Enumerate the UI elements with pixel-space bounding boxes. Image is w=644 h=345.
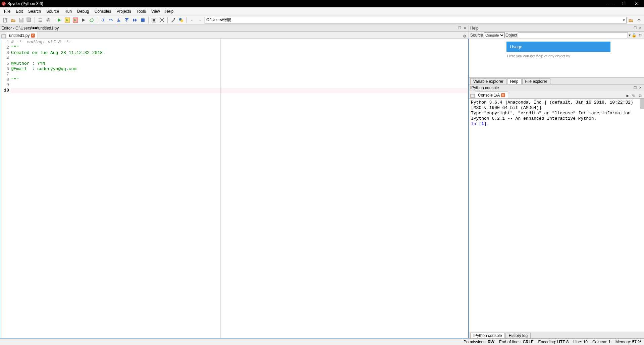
save-icon[interactable]: [17, 16, 25, 24]
menu-run[interactable]: Run: [62, 8, 74, 15]
list-icon[interactable]: [37, 16, 44, 24]
minimize-button[interactable]: —: [604, 1, 617, 6]
new-file-icon[interactable]: [1, 16, 9, 24]
maximize-pane-icon[interactable]: [150, 16, 158, 24]
run-cell-icon[interactable]: [64, 16, 71, 24]
ipython-tab-history-log[interactable]: History log: [505, 333, 531, 338]
svg-rect-1: [3, 18, 6, 22]
editor-pane-header: Editor - C:\Users\■■\untitled1.py ❐ ✕: [0, 25, 469, 32]
help-undock-icon[interactable]: ❐: [633, 26, 637, 30]
code-editor[interactable]: 12345678910 # -*- coding: utf-8 -*-"""Cr…: [0, 39, 469, 338]
help-tab-file-explorer[interactable]: File explorer: [522, 78, 550, 84]
fullscreen-icon[interactable]: [158, 16, 166, 24]
sb-mem-label: Memory:: [615, 340, 631, 344]
menu-help[interactable]: Help: [163, 8, 176, 15]
app-icon: [1, 1, 6, 6]
console-options-icon[interactable]: ⚙: [637, 94, 643, 98]
help-close-icon[interactable]: ✕: [638, 26, 643, 30]
editor-options-icon[interactable]: ⚙: [462, 34, 467, 39]
at-icon[interactable]: @: [45, 16, 52, 24]
console-browse-icon[interactable]: [470, 94, 475, 98]
ipython-bottom-tabs: IPython consoleHistory log: [469, 332, 644, 338]
menu-file[interactable]: File: [1, 8, 13, 15]
menu-tools[interactable]: Tools: [134, 8, 149, 15]
help-hint: Here you can get help of any object by: [506, 52, 610, 60]
svg-rect-17: [471, 94, 475, 98]
run-icon[interactable]: [56, 16, 63, 24]
menubar: FileEditSearchSourceRunDebugConsolesProj…: [0, 7, 644, 15]
titlebar: Spyder (Python 3.6) — ❐ ✕: [0, 0, 644, 7]
browse-dir-icon[interactable]: [627, 16, 635, 24]
open-file-icon[interactable]: [9, 16, 17, 24]
svg-rect-8: [117, 21, 120, 22]
console-tab-close-icon[interactable]: ✕: [501, 93, 505, 97]
editor-undock-icon[interactable]: ❐: [457, 26, 462, 30]
save-all-icon[interactable]: [25, 16, 33, 24]
menu-consoles[interactable]: Consoles: [92, 8, 114, 15]
editor-tab[interactable]: untitled1.py ✕: [6, 32, 38, 39]
console-tab[interactable]: Console 1/A ✕: [475, 92, 508, 98]
help-pane-header: Help ❐ ✕: [469, 25, 644, 32]
toolbar: @ ← → C:\Users\张鹏▾: [0, 15, 644, 25]
menu-projects[interactable]: Projects: [114, 8, 134, 15]
help-tab-variable-explorer[interactable]: Variable explorer: [470, 78, 506, 84]
help-header-label: Help: [470, 26, 479, 31]
debug-continue-icon[interactable]: [131, 16, 139, 24]
debug-step-icon[interactable]: [99, 16, 106, 24]
help-source-select[interactable]: Console: [484, 32, 505, 38]
file-browser-icon[interactable]: [1, 34, 6, 39]
sb-eol: CRLF: [523, 340, 533, 344]
working-dir-input[interactable]: C:\Users\张鹏▾: [205, 17, 627, 23]
rerun-icon[interactable]: [88, 16, 95, 24]
console-clear-icon[interactable]: ✎: [631, 94, 636, 98]
help-toolbar: Source Console Object ▾ 🔒 ⚙: [469, 32, 644, 39]
ipython-pane-header: IPython console ❐ ✕: [469, 84, 644, 91]
editor-header-label: Editor - C:\Users\■■\untitled1.py: [1, 26, 59, 31]
svg-point-13: [174, 18, 175, 19]
debug-stepout-icon[interactable]: [123, 16, 130, 24]
menu-search[interactable]: Search: [25, 8, 44, 15]
menu-debug[interactable]: Debug: [74, 8, 92, 15]
console-tab-label: Console 1/A: [478, 93, 500, 98]
debug-stepin-icon[interactable]: [115, 16, 122, 24]
run-cell-advance-icon[interactable]: [72, 16, 79, 24]
ipython-header-label: IPython console: [470, 85, 499, 90]
tab-close-icon[interactable]: ✕: [31, 34, 35, 38]
tab-label: untitled1.py: [9, 33, 30, 38]
scrollbar-thumb[interactable]: [640, 99, 644, 109]
ipython-undock-icon[interactable]: ❐: [633, 86, 637, 90]
help-object-label: Object: [505, 33, 517, 38]
app-title: Spyder (Python 3.6): [7, 1, 43, 6]
menu-edit[interactable]: Edit: [13, 8, 25, 15]
nav-back-icon[interactable]: ←: [189, 16, 196, 24]
editor-close-icon[interactable]: ✕: [463, 26, 467, 30]
debug-stepover-icon[interactable]: [107, 16, 114, 24]
help-options-icon[interactable]: ⚙: [637, 33, 643, 38]
sb-encoding-label: Encoding:: [538, 340, 556, 344]
sb-permissions-label: Permissions:: [464, 340, 487, 344]
svg-rect-16: [2, 35, 6, 38]
help-object-input[interactable]: [518, 32, 628, 38]
ipython-tab-ipython-console[interactable]: IPython console: [470, 333, 505, 338]
svg-rect-10: [141, 18, 145, 22]
console-stop-icon[interactable]: ■: [625, 94, 630, 98]
help-source-label: Source: [470, 33, 483, 38]
run-selection-icon[interactable]: [80, 16, 87, 24]
help-tab-help[interactable]: Help: [507, 78, 522, 84]
help-body: Usage Here you can get help of any objec…: [469, 39, 644, 77]
debug-stop-icon[interactable]: [139, 16, 147, 24]
menu-view[interactable]: View: [149, 8, 163, 15]
preferences-icon[interactable]: [169, 16, 177, 24]
parent-dir-icon[interactable]: [635, 16, 643, 24]
menu-source[interactable]: Source: [44, 8, 62, 15]
editor-tabbar: untitled1.py ✕ ⚙: [0, 32, 469, 39]
python-path-icon[interactable]: [177, 16, 185, 24]
close-button[interactable]: ✕: [630, 1, 643, 6]
ipython-close-icon[interactable]: ✕: [638, 86, 643, 90]
statusbar: Permissions: RW End-of-lines: CRLF Encod…: [0, 338, 644, 345]
ipython-body[interactable]: Python 3.6.4 |Anaconda, Inc.| (default, …: [469, 99, 644, 332]
help-lock-icon[interactable]: 🔒: [631, 33, 637, 38]
nav-forward-icon[interactable]: →: [197, 16, 204, 24]
svg-rect-12: [153, 19, 155, 21]
maximize-button[interactable]: ❐: [617, 1, 630, 6]
